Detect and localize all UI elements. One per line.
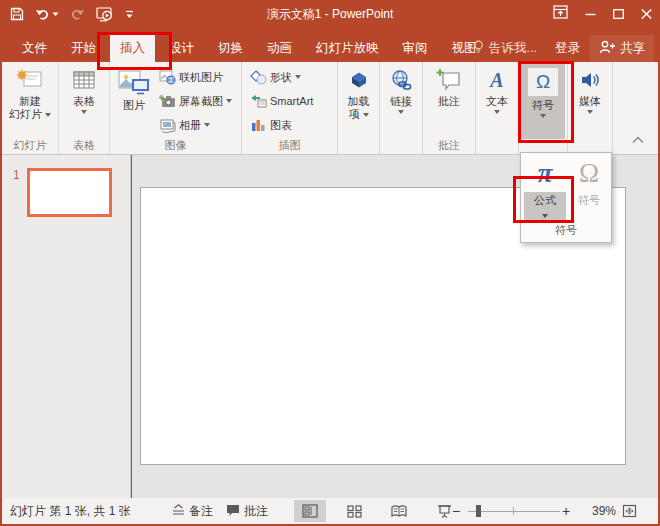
undo-icon[interactable] [35,8,59,21]
photo-album-button[interactable]: 相册 [158,113,232,137]
pi-icon: π [538,156,553,192]
group-label-slides: 幻灯片 [2,138,58,153]
pictures-button[interactable]: 图片 [114,62,154,112]
table-button[interactable]: 表格 [59,62,109,114]
comments-toggle[interactable]: 批注 [226,498,268,524]
equation-label: 公式 [534,194,556,206]
zoom-slider-handle[interactable] [476,505,481,517]
table-icon [72,65,96,95]
illustrations-small-buttons: 形状 SmartArt 图表 [249,65,313,137]
slide-thumbnail[interactable] [27,168,112,217]
screenshot-button[interactable]: 屏幕截图 [158,89,232,113]
chart-button[interactable]: 图表 [249,113,313,137]
ribbon-group-links: 链接 [380,62,423,154]
zoom-out-button[interactable]: − [452,498,460,524]
new-comment-button[interactable]: 批注 [423,62,475,108]
add-ins-icon [348,65,370,95]
ribbon-group-text: A 文本 [476,62,519,154]
notes-icon [172,504,185,519]
tab-home[interactable]: 开始 [61,35,106,62]
tab-insert[interactable]: 插入 [110,35,155,62]
tab-animations[interactable]: 动画 [257,35,302,62]
reading-view-button[interactable] [383,500,415,522]
smartart-icon [249,94,267,108]
symbols-button[interactable]: Ω 符号 [521,63,565,139]
dropdown-caret [542,214,548,218]
tab-design[interactable]: 设计 [159,35,204,62]
tab-slideshow[interactable]: 幻灯片放映 [306,35,389,62]
slide-number: 1 [13,168,20,182]
dropdown-caret [540,114,546,118]
window-controls [553,0,652,28]
group-label-images: 图像 [110,138,241,153]
tab-transitions[interactable]: 切换 [208,35,253,62]
text-icon: A [490,65,503,95]
dropdown-caret [587,110,593,114]
ribbon-group-images: 图片 联机图片 屏幕截图 相册 图像 [110,62,242,154]
symbol-menu-item-disabled: Ω 符号 [568,156,610,223]
maximize-button[interactable] [613,5,624,23]
symbols-dropdown-menu: π 公式 Ω 符号 符号 [520,152,612,243]
omega-icon: Ω [579,156,599,192]
links-button[interactable]: 链接 [380,62,422,114]
dropdown-caret [363,113,369,117]
media-icon [580,65,600,95]
symbol-label: 符号 [568,192,610,211]
ribbon-group-tables: 表格 表格 [59,62,110,154]
dropdown-caret [494,110,500,114]
text-button[interactable]: A 文本 [476,62,518,114]
redo-icon [70,8,85,21]
title-bar: 演示文稿1 - PowerPoint [0,0,660,28]
smartart-button[interactable]: SmartArt [249,89,313,113]
pictures-icon [118,65,150,99]
quick-access-toolbar [10,0,134,28]
save-icon[interactable] [10,7,24,21]
powerpoint-window: 演示文稿1 - PowerPoint 文件 开始 插入 设计 切换 动画 幻灯片… [0,0,660,526]
share-person-icon [599,40,615,57]
start-from-beginning-icon[interactable] [96,7,114,22]
dropdown-caret [398,110,404,114]
photo-album-icon [158,118,176,133]
shapes-button[interactable]: 形状 [249,65,313,89]
new-slide-button[interactable]: 新建 幻灯片 [2,62,58,121]
window-title: 演示文稿1 - PowerPoint [120,0,540,28]
menu-group-label: 符号 [521,223,611,238]
equation-menu-item[interactable]: π 公式 [524,156,566,223]
ribbon-group-media: 媒体 [568,62,613,154]
screenshot-icon [158,94,176,108]
fit-slide-to-window-button[interactable] [622,498,637,524]
images-small-buttons: 联机图片 屏幕截图 相册 [158,65,232,137]
zoom-percentage[interactable]: 39% [584,498,616,524]
dropdown-caret [295,75,301,79]
normal-view-button[interactable] [294,500,326,522]
zoom-in-button[interactable]: + [562,498,570,524]
ribbon-tab-bar: 文件 开始 插入 设计 切换 动画 幻灯片放映 审阅 视图 告诉我... 登录 … [2,28,658,62]
ribbon-group-symbols: Ω 符号 [519,62,568,154]
new-slide-icon [17,65,43,95]
tab-review[interactable]: 审阅 [393,35,438,62]
ribbon-group-comments: 批注 批注 [423,62,476,154]
zoom-slider-track[interactable] [468,511,560,512]
collapse-ribbon-icon[interactable] [632,130,644,148]
minimize-button[interactable] [585,5,596,23]
ribbon-group-addins: 加载 项 [338,62,380,154]
add-ins-button[interactable]: 加载 项 [338,62,379,121]
online-pictures-icon [158,70,176,85]
online-pictures-button[interactable]: 联机图片 [158,65,232,89]
dropdown-caret [45,113,51,117]
ribbon-display-options-icon[interactable] [553,5,568,23]
slide-sorter-view-button[interactable] [338,500,370,522]
shapes-icon [249,70,267,85]
tell-me-button[interactable]: 告诉我... [465,35,545,62]
ribbon-group-illustrations: 形状 SmartArt 图表 插图 [242,62,338,154]
group-label-comments: 批注 [423,138,475,153]
ribbon-group-slides: 新建 幻灯片 幻灯片 [2,62,59,154]
close-button[interactable] [641,5,652,23]
share-button[interactable]: 共享 [590,35,654,62]
slide-thumbnail-panel: 1 [2,155,131,498]
notes-toggle[interactable]: 备注 [172,498,213,524]
media-button[interactable]: 媒体 [568,62,612,114]
new-comment-icon [436,65,462,95]
sign-in-button[interactable]: 登录 [545,35,590,62]
tab-file[interactable]: 文件 [12,35,57,62]
